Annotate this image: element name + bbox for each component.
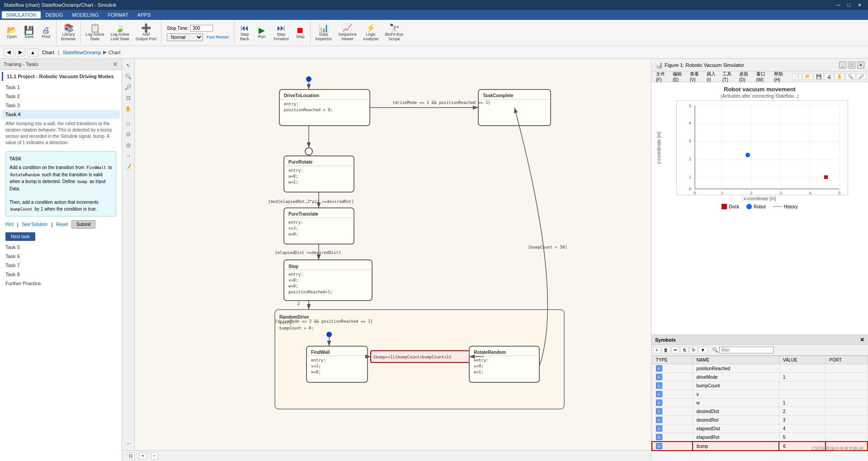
breadcrumb-stateflow[interactable]: StateflowOnramp	[63, 50, 101, 55]
fast-restart-btn[interactable]: Fast Restart	[207, 35, 229, 39]
fig-open-btn[interactable]: 📂	[803, 73, 813, 80]
step-forward-btn[interactable]: ⏭ Step Forward	[271, 23, 291, 42]
pure-translate-state[interactable]: PureTranslate entry: v=3; w=0;	[284, 208, 354, 244]
sym-sort-btn[interactable]: ⇅	[680, 347, 689, 353]
find-wall-state[interactable]: FindWall entry: v=3; w=0;	[307, 346, 368, 382]
task-item-2[interactable]: Task 2	[2, 92, 120, 101]
task-item-7[interactable]: Task 7	[2, 261, 120, 270]
stop-btn[interactable]: ⏹ Stop	[292, 25, 308, 40]
symbols-row-elapsedRot[interactable]: selapsedRot5	[652, 433, 868, 442]
add-note-btn[interactable]: 📝	[123, 162, 133, 172]
symbols-row-elapsedDist[interactable]: selapsedDist4	[652, 424, 868, 433]
add-output-port-btn[interactable]: ➕ Add Output Port	[133, 23, 159, 42]
add-junction-btn[interactable]: ◎	[123, 140, 133, 150]
log-active-leaf-btn[interactable]: 🍃 Log Active Leaf State	[108, 23, 132, 42]
save-btn[interactable]: 💾 Save	[21, 25, 37, 40]
minimize-btn[interactable]: ─	[834, 2, 843, 8]
task-item-1[interactable]: Task 1	[2, 83, 120, 92]
fig-save-btn[interactable]: 💾	[814, 73, 824, 80]
canvas-zoom-out-btn-bottom[interactable]: −	[151, 452, 158, 459]
menu-format[interactable]: FORMAT	[103, 11, 133, 19]
maximize-btn[interactable]: □	[844, 2, 853, 8]
fig-menu-help[interactable]: 帮助(H)	[771, 70, 788, 83]
stop-time-input[interactable]	[190, 25, 213, 32]
symbols-filter-input[interactable]	[719, 347, 774, 353]
sym-delete-btn[interactable]: 🗑	[661, 347, 670, 353]
sym-refresh-btn[interactable]: ↻	[689, 347, 698, 353]
task-item-4[interactable]: Task 4	[2, 110, 120, 119]
symbols-row-w[interactable]: sw1	[652, 399, 868, 407]
fig-pan-btn[interactable]: ✋	[835, 73, 844, 80]
fig-menu-tools[interactable]: 工具(T)	[720, 70, 736, 83]
nav-forward-btn[interactable]: ▶	[15, 48, 25, 56]
task-item-8[interactable]: Task 8	[2, 270, 120, 279]
add-state-btn[interactable]: □	[123, 118, 133, 128]
junction-1[interactable]	[305, 148, 312, 155]
fig-menu-desktop[interactable]: 桌面(D)	[736, 70, 753, 83]
pan-tool-btn[interactable]: ✋	[123, 104, 133, 114]
sym-filter-btn[interactable]: ▼	[698, 347, 708, 353]
rotate-random-state[interactable]: RotateRandom entry: v=0; w=1;	[469, 346, 539, 382]
next-task-btn[interactable]: Next task	[5, 232, 35, 241]
select-tool-btn[interactable]: ↖	[123, 61, 133, 71]
sequence-viewer-btn[interactable]: 📈 Sequence Viewer	[335, 23, 359, 42]
library-browser-btn[interactable]: 📚 Library Browser	[58, 23, 79, 42]
task-item-5[interactable]: Task 5	[2, 243, 120, 252]
submit-btn[interactable]: Submit	[71, 220, 95, 229]
fig-zoom-out-btn[interactable]: 🔎	[856, 73, 866, 80]
logic-analyzer-btn[interactable]: ⚡ Logic Analyzer	[360, 23, 382, 42]
menu-modeling[interactable]: MODELING	[68, 11, 104, 19]
print-btn[interactable]: 🖨 Print	[38, 25, 54, 40]
see-solution-link[interactable]: See Solution	[22, 222, 48, 227]
fit-view-btn[interactable]: ⊡	[123, 93, 133, 103]
fig-maximize-btn[interactable]: □	[848, 61, 855, 69]
symbols-row-desiredDist[interactable]: sdesiredDist2	[652, 407, 868, 416]
fig-minimize-btn[interactable]: _	[839, 61, 846, 69]
fig-new-btn[interactable]: 📄	[792, 73, 802, 80]
nav-back-btn[interactable]: ◀	[4, 48, 14, 56]
symbols-row-bumpCount[interactable]: sbumpCount	[652, 381, 868, 390]
run-btn[interactable]: ▶ Run	[254, 25, 270, 40]
data-inspector-btn[interactable]: 📊 Data Inspector	[312, 23, 335, 42]
fig-menu-window[interactable]: 窗口(W)	[754, 70, 770, 83]
collapse-left-panel-btn[interactable]: ✕	[113, 61, 118, 68]
open-btn[interactable]: 📂 Open	[4, 25, 20, 40]
symbols-row-positionReached[interactable]: spositionReached	[652, 364, 868, 373]
task-item-3[interactable]: Task 3	[2, 101, 120, 110]
canvas-zoom-in-btn-bottom[interactable]: +	[139, 452, 146, 459]
symbols-row-desiredRot[interactable]: sdesiredRot3	[652, 416, 868, 424]
simulation-mode-select[interactable]: Normal	[167, 33, 203, 41]
log-active-state-btn[interactable]: 📋 Log Active State	[83, 23, 107, 42]
fig-menu-view[interactable]: 查看(V)	[687, 70, 703, 83]
menu-debug[interactable]: DEBUG	[41, 11, 67, 19]
zoom-in-tool-btn[interactable]: 🔍	[123, 71, 133, 81]
fig-zoom-in-btn[interactable]: 🔍	[845, 73, 855, 80]
step-back-btn[interactable]: ⏮ Step Back	[236, 23, 253, 42]
add-transition-btn[interactable]: →	[123, 151, 133, 161]
further-practice-item[interactable]: Further Practice	[2, 279, 120, 288]
sym-edit-btn[interactable]: ✏	[671, 347, 679, 353]
fig-close-btn[interactable]: ✕	[857, 61, 864, 69]
fig-menu-edit[interactable]: 编辑(E)	[670, 70, 686, 83]
nav-up-btn[interactable]: ▲	[27, 48, 38, 56]
symbols-row-driveMode[interactable]: sdriveMode1	[652, 373, 868, 381]
hint-link[interactable]: Hint	[5, 222, 14, 227]
fig-menu-insert[interactable]: 插入(I)	[704, 70, 719, 83]
stop-state[interactable]: Stop entry: v=0; w=0; positionReached=1;	[284, 260, 372, 301]
zoom-out-tool-btn[interactable]: 🔎	[123, 82, 133, 92]
sym-add-btn[interactable]: +	[653, 347, 660, 353]
drive-to-location-state[interactable]: DriveToLocation entry: positionReached =…	[279, 89, 370, 126]
fig-print-btn[interactable]: 🖨	[825, 73, 834, 80]
canvas-fit-btn[interactable]: ⊡	[127, 452, 135, 459]
canvas-zoom-out-btn[interactable]: −	[123, 438, 133, 448]
stateflow-canvas[interactable]: DriveToLocation entry: positionReached =…	[135, 59, 651, 461]
symbols-row-v[interactable]: sv	[652, 390, 868, 399]
add-history-btn[interactable]: ⊙	[123, 129, 133, 139]
menu-simulation[interactable]: SIMULATION	[2, 11, 41, 19]
reset-link[interactable]: Reset	[56, 222, 68, 227]
pure-rotate-state[interactable]: PureRotate entry: w=0; w=1;	[284, 156, 354, 192]
close-btn[interactable]: ✕	[855, 2, 864, 8]
task-item-6[interactable]: Task 6	[2, 252, 120, 261]
fig-menu-file[interactable]: 文件(F)	[653, 70, 669, 83]
birds-eye-scope-btn[interactable]: 🔭 Bird's-Eye Scope	[382, 23, 406, 42]
